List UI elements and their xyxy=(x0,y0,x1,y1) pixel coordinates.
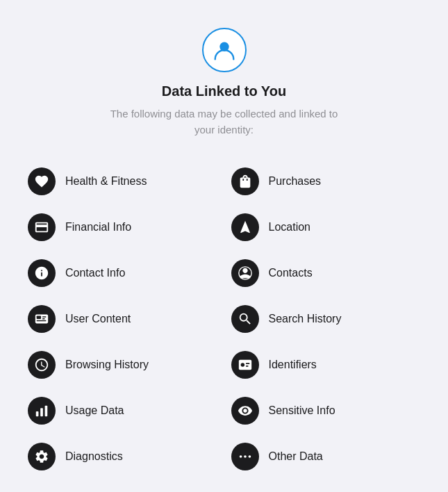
diagnostics-label: Diagnostics xyxy=(65,450,123,463)
browsing-history-icon xyxy=(28,351,56,379)
identifiers-label: Identifiers xyxy=(269,359,317,371)
list-item: Contacts xyxy=(224,250,428,296)
contacts-label: Contacts xyxy=(269,267,313,279)
search-history-label: Search History xyxy=(269,313,342,325)
purchases-label: Purchases xyxy=(269,175,322,188)
browsing-history-label: Browsing History xyxy=(65,359,149,371)
user-content-icon xyxy=(28,305,56,333)
page-title: Data Linked to You xyxy=(162,83,286,99)
list-item: Health & Fitness xyxy=(21,158,224,204)
usage-data-icon xyxy=(28,397,56,425)
svg-rect-5 xyxy=(42,318,45,319)
contact-info-icon xyxy=(28,259,56,287)
sensitive-info-label: Sensitive Info xyxy=(269,404,335,417)
location-label: Location xyxy=(269,221,311,233)
page-subtitle: The following data may be collected and … xyxy=(99,106,349,138)
list-item: Location xyxy=(224,204,428,250)
other-data-icon xyxy=(231,443,259,470)
sensitive-info-icon xyxy=(231,397,259,425)
list-item: Contact Info xyxy=(21,250,224,296)
data-items-grid: Health & Fitness Purchases Financial Inf… xyxy=(21,158,427,479)
contact-info-label: Contact Info xyxy=(65,267,125,279)
list-item: Diagnostics xyxy=(21,434,224,479)
list-item: Browsing History xyxy=(21,342,224,388)
purchases-icon xyxy=(231,167,259,195)
user-content-label: User Content xyxy=(65,313,131,325)
list-item: Usage Data xyxy=(21,388,224,434)
other-data-label: Other Data xyxy=(269,450,323,463)
svg-point-8 xyxy=(240,363,244,367)
svg-rect-3 xyxy=(37,315,41,319)
list-item: Search History xyxy=(224,296,428,342)
identifiers-icon xyxy=(231,351,259,379)
list-item: Purchases xyxy=(224,158,428,204)
svg-rect-10 xyxy=(245,366,248,367)
list-item: User Content xyxy=(21,296,224,342)
svg-rect-12 xyxy=(40,408,43,416)
financial-info-label: Financial Info xyxy=(65,221,131,233)
svg-rect-11 xyxy=(36,411,39,416)
list-item: Identifiers xyxy=(224,342,428,388)
usage-data-label: Usage Data xyxy=(65,404,124,417)
search-history-icon xyxy=(231,305,259,333)
svg-point-14 xyxy=(239,455,242,458)
list-item: Financial Info xyxy=(21,204,224,250)
svg-point-16 xyxy=(248,455,251,458)
svg-rect-6 xyxy=(37,320,47,321)
contacts-icon xyxy=(231,259,259,287)
svg-point-15 xyxy=(244,455,247,458)
health-fitness-label: Health & Fitness xyxy=(65,175,147,188)
location-icon xyxy=(231,213,259,241)
health-fitness-icon xyxy=(28,167,56,195)
list-item: Sensitive Info xyxy=(224,388,428,434)
user-icon xyxy=(211,37,238,63)
diagnostics-icon xyxy=(28,443,56,470)
svg-rect-9 xyxy=(245,363,249,364)
financial-info-icon xyxy=(28,213,56,241)
user-icon-wrapper xyxy=(202,28,247,72)
svg-rect-13 xyxy=(45,406,48,417)
svg-rect-4 xyxy=(42,316,46,317)
list-item: Other Data xyxy=(224,434,428,479)
